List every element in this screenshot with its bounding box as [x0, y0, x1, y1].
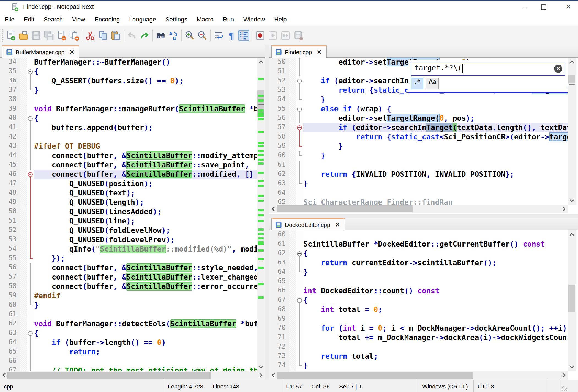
fold-collapse-icon[interactable]	[27, 114, 34, 123]
tab-close-icon[interactable]: ✕	[334, 221, 341, 228]
code-area[interactable]: ScintillaBuffer *DockedEditor::getCurren…	[303, 230, 568, 371]
menu-item-window[interactable]: Window	[239, 13, 269, 26]
scroll-left-icon[interactable]	[269, 371, 277, 380]
scroll-left-icon[interactable]	[0, 371, 8, 380]
close-file-icon[interactable]	[56, 30, 67, 41]
status-cursor-position: Ln: 57 Col: 36 Sel: 7 | 1	[282, 380, 418, 392]
fold-collapse-icon[interactable]	[296, 249, 303, 258]
minimize-button[interactable]	[515, 1, 534, 13]
scroll-up-icon[interactable]	[568, 58, 576, 66]
menu-item-encoding[interactable]: Encoding	[90, 13, 124, 26]
scrollbar-thumb[interactable]	[277, 372, 473, 379]
close-all-icon[interactable]	[69, 30, 80, 41]
vertical-splitter[interactable]	[265, 45, 269, 380]
clear-search-icon[interactable]: ✕	[554, 65, 562, 73]
bookmark-margin[interactable]	[20, 58, 27, 371]
tab-dockededitor[interactable]: DockedEditor.cpp ✕	[271, 218, 345, 230]
fold-margin[interactable]	[27, 58, 34, 371]
code-line	[303, 343, 568, 352]
tab-buffermanager[interactable]: BufferManager.cpp ✕	[2, 45, 79, 58]
redo-icon[interactable]	[139, 30, 150, 41]
scroll-down-icon[interactable]	[568, 196, 576, 205]
scroll-left-icon[interactable]	[269, 205, 277, 213]
scroll-right-icon[interactable]	[257, 371, 265, 380]
horizontal-scrollbar[interactable]	[0, 371, 265, 380]
new-file-icon[interactable]	[5, 30, 16, 41]
horizontal-splitter[interactable]	[269, 214, 578, 218]
match-case-toggle-button[interactable]: Aa	[426, 78, 439, 89]
copy-icon[interactable]	[97, 30, 108, 41]
change-marker	[258, 180, 264, 182]
scrollbar-thumb[interactable]	[7, 372, 211, 379]
tab-label: BufferManager.cpp	[16, 49, 64, 56]
code-line: }	[303, 179, 568, 189]
menu-item-macro[interactable]: Macro	[192, 13, 218, 26]
tab-finder[interactable]: Finder.cpp ✕	[271, 45, 327, 58]
horizontal-scrollbar[interactable]	[269, 205, 568, 213]
macro-record-icon[interactable]	[255, 30, 266, 41]
code-line: // TODO: not the most efficient way of d…	[34, 366, 265, 371]
fold-margin[interactable]	[296, 230, 303, 371]
line-number: 63	[269, 179, 289, 189]
menu-item-help[interactable]: Help	[269, 13, 291, 26]
tab-close-icon[interactable]: ✕	[316, 49, 323, 56]
code-editor-buffermanager[interactable]: 3435363738394041424344454647484950515253…	[0, 58, 265, 371]
regex-toggle-button[interactable]: .*	[411, 78, 423, 89]
search-input[interactable]: target.*?\( ✕	[411, 62, 565, 76]
scroll-up-icon[interactable]	[568, 230, 576, 239]
bookmark-margin[interactable]	[289, 58, 296, 205]
fold-collapse-icon[interactable]	[296, 123, 303, 132]
menu-item-language[interactable]: Language	[124, 13, 161, 26]
menu-item-edit[interactable]: Edit	[19, 13, 39, 26]
close-button[interactable]: ✕	[559, 1, 578, 13]
code-line	[34, 132, 265, 142]
horizontal-scrollbar[interactable]	[269, 371, 568, 380]
zoom-in-icon[interactable]	[184, 30, 195, 41]
code-line: BufferManager::~BufferManager()	[34, 58, 265, 67]
vertical-scrollbar[interactable]	[568, 230, 576, 371]
code-editor-dockededitor[interactable]: 606162636465666768697071727374 Scintilla…	[269, 230, 568, 371]
fold-collapse-icon[interactable]	[296, 76, 303, 86]
resize-grip[interactable]	[560, 380, 578, 392]
fold-collapse-icon[interactable]	[27, 170, 34, 179]
scrollbar-thumb[interactable]	[568, 285, 575, 312]
scroll-right-icon[interactable]	[560, 205, 568, 213]
scrollbar-thumb[interactable]	[568, 75, 575, 83]
menu-item-view[interactable]: View	[67, 13, 90, 26]
find-icon[interactable]	[155, 30, 166, 41]
bookmark-margin[interactable]	[289, 230, 296, 371]
fold-collapse-icon[interactable]	[296, 104, 303, 114]
maximize-button[interactable]	[534, 1, 553, 13]
code-area[interactable]: BufferManager::~BufferManager(){ Q_ASSER…	[34, 58, 265, 371]
fold-collapse-icon[interactable]	[27, 329, 34, 338]
menu-item-file[interactable]: File	[0, 13, 19, 26]
fold-collapse-icon[interactable]	[27, 67, 34, 76]
vertical-scrollbar[interactable]	[568, 58, 576, 205]
status-eol-format[interactable]: Windows (CR LF)	[418, 380, 474, 392]
paste-icon[interactable]	[110, 30, 121, 41]
show-symbols-icon[interactable]: ¶	[226, 30, 237, 41]
zoom-out-icon[interactable]	[197, 30, 208, 41]
menu-item-run[interactable]: Run	[218, 13, 239, 26]
status-encoding[interactable]: UTF-8	[474, 380, 547, 392]
scroll-down-icon[interactable]	[568, 363, 576, 371]
scroll-up-icon[interactable]	[257, 58, 265, 66]
replace-icon[interactable]: Aa	[168, 30, 179, 41]
fold-margin[interactable]	[296, 58, 303, 205]
menu-item-search[interactable]: Search	[39, 13, 67, 26]
open-file-icon[interactable]	[18, 30, 29, 41]
tab-close-icon[interactable]: ✕	[68, 49, 75, 56]
scrollbar-thumb[interactable]	[277, 205, 413, 212]
word-wrap-icon[interactable]	[213, 30, 224, 41]
toolbar-drag-handle[interactable]	[2, 29, 3, 42]
indent-guides-icon[interactable]	[238, 30, 249, 41]
status-language[interactable]: cpp	[0, 380, 164, 392]
vertical-scrollbar[interactable]	[257, 58, 265, 371]
code-line: return total;	[303, 352, 568, 361]
menu-item-settings[interactable]: Settings	[161, 13, 192, 26]
fold-collapse-icon[interactable]	[296, 296, 303, 305]
status-selection: Sel: 7 | 1	[339, 383, 362, 390]
cut-icon[interactable]	[85, 30, 96, 41]
scroll-right-icon[interactable]	[560, 371, 568, 380]
scroll-down-icon[interactable]	[257, 363, 265, 371]
